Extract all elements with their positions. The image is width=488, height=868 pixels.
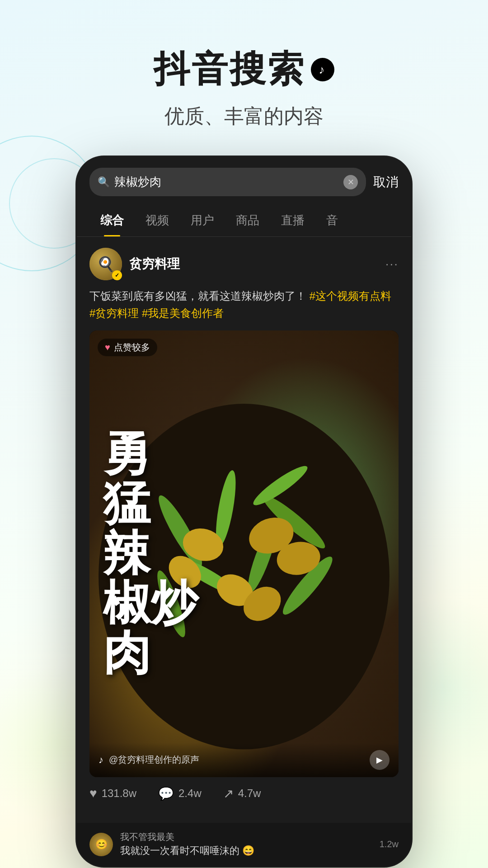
hashtag-1[interactable]: #这个视频有点料: [310, 290, 391, 302]
phone-wrapper: 🔍 辣椒炒肉 ✕ 取消 综合 视频 用户 商品 直播 音: [0, 157, 488, 866]
heart-icon: ♥: [89, 786, 97, 801]
app-title: 抖音搜索: [0, 45, 488, 94]
overlay-line4: 椒炒: [103, 579, 198, 628]
video-overlay-text: 勇 猛 辣 椒炒 肉: [89, 330, 399, 777]
post-text: 下饭菜到底有多凶猛，就看这道辣椒炒肉了！ #这个视频有点料 #贫穷料理 #我是美…: [89, 288, 399, 322]
comment-username[interactable]: 我不管我最美: [120, 831, 372, 843]
hashtag-2[interactable]: #贫穷料理: [89, 307, 139, 319]
verified-badge: ✓: [112, 270, 122, 280]
tab-bar: 综合 视频 用户 商品 直播 音: [77, 204, 411, 237]
search-icon: 🔍: [98, 176, 110, 188]
header-section: 抖音搜索 优质、丰富的内容: [0, 0, 488, 157]
video-source-text: @贫穷料理创作的原声: [109, 754, 364, 766]
like-count[interactable]: ♥ 131.8w: [89, 786, 136, 801]
share-count[interactable]: ↗ 4.7w: [223, 786, 261, 801]
tiktok-small-icon: ♪: [99, 754, 103, 766]
comment-icon: 💬: [158, 786, 174, 801]
tiktok-music-icon: [311, 58, 334, 81]
comment-count-text: 2.4w: [178, 787, 202, 800]
search-cancel-button[interactable]: 取消: [373, 174, 399, 191]
comment-likes-count: 1.2w: [380, 839, 399, 849]
app-subtitle: 优质、丰富的内容: [0, 103, 488, 130]
more-options-icon[interactable]: ···: [385, 257, 399, 271]
engagement-bar: ♥ 131.8w 💬 2.4w ↗ 4.7w: [89, 777, 399, 812]
tab-综合[interactable]: 综合: [89, 204, 135, 236]
overlay-line2: 猛: [103, 479, 150, 528]
video-bottom-bar: ♪ @贫穷料理创作的原声 ▶: [89, 743, 399, 777]
app-title-text: 抖音搜索: [154, 45, 305, 94]
overlay-line5: 肉: [103, 628, 150, 678]
commenter-avatar: 😊: [89, 833, 113, 856]
overlay-line1: 勇: [103, 429, 150, 479]
content-area: ✓ 贫穷料理 ··· 下饭菜到底有多凶猛，就看这道辣椒炒肉了！ #这个视频有点料…: [77, 237, 411, 823]
search-query-text: 辣椒炒肉: [114, 174, 339, 190]
post-body-text: 下饭菜到底有多凶猛，就看这道辣椒炒肉了！: [89, 290, 306, 302]
share-count-text: 4.7w: [238, 787, 261, 800]
avatar: ✓: [89, 248, 122, 280]
comment-count[interactable]: 💬 2.4w: [158, 786, 202, 801]
tab-商品[interactable]: 商品: [225, 204, 270, 236]
overlay-line3: 辣: [103, 529, 150, 579]
video-thumbnail[interactable]: 勇 猛 辣 椒炒 肉 ♥ 点赞较多 ♪ @贫穷料理创作的原声 ▶: [89, 330, 399, 777]
search-input-wrap[interactable]: 🔍 辣椒炒肉 ✕: [89, 168, 366, 196]
comment-section: 😊 我不管我最美 我就没一次看时不咽唾沫的 😄 1.2w: [77, 823, 411, 866]
tab-视频[interactable]: 视频: [135, 204, 180, 236]
like-count-text: 131.8w: [102, 787, 136, 800]
tab-音[interactable]: 音: [315, 204, 349, 236]
hashtag-3[interactable]: #我是美食创作者: [142, 307, 224, 319]
phone-frame: 🔍 辣椒炒肉 ✕ 取消 综合 视频 用户 商品 直播 音: [77, 157, 411, 866]
comment-content: 我不管我最美 我就没一次看时不咽唾沫的 😄: [120, 831, 372, 858]
tab-用户[interactable]: 用户: [180, 204, 225, 236]
hot-badge: ♥ 点赞较多: [98, 339, 157, 356]
share-icon: ↗: [223, 786, 234, 801]
search-clear-button[interactable]: ✕: [343, 175, 358, 189]
user-card: ✓ 贫穷料理 ···: [89, 248, 399, 280]
heart-icon: ♥: [105, 342, 110, 353]
username[interactable]: 贫穷料理: [129, 255, 378, 273]
comment-text: 我就没一次看时不咽唾沫的 😄: [120, 843, 372, 858]
tab-直播[interactable]: 直播: [270, 204, 315, 236]
play-button[interactable]: ▶: [370, 750, 389, 770]
hot-badge-text: 点赞较多: [114, 341, 150, 354]
search-bar: 🔍 辣椒炒肉 ✕ 取消: [77, 157, 411, 204]
